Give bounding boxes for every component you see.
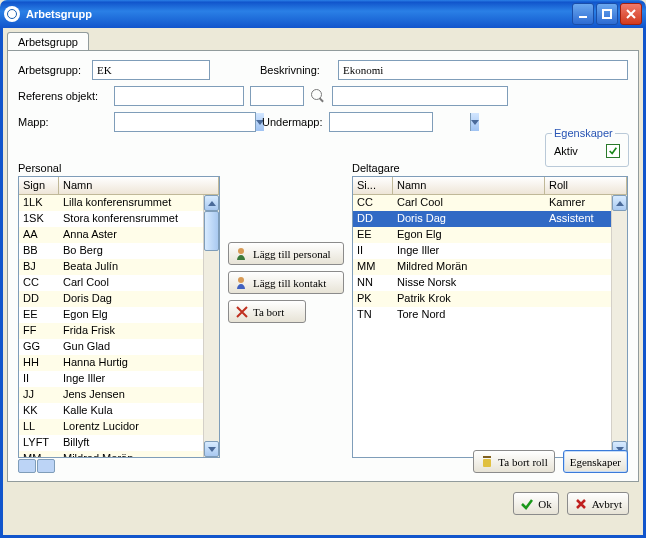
- delete-icon: [235, 305, 249, 319]
- search-icon[interactable]: [310, 88, 326, 104]
- mapp-combo[interactable]: [114, 112, 256, 132]
- referens-objekt-combo[interactable]: [114, 86, 244, 106]
- deltagare-grid[interactable]: Si... Namn Roll CCCarl CoolKamrerDDDoris…: [352, 176, 628, 458]
- cell-sign: LL: [19, 419, 59, 435]
- cell-namn: Lilla konferensrummet: [59, 195, 219, 211]
- table-row[interactable]: MMMildred Morän: [19, 451, 219, 457]
- undermapp-combo[interactable]: [329, 112, 433, 132]
- maximize-button[interactable]: [596, 3, 618, 25]
- cell-sign: TN: [353, 307, 393, 323]
- scroll-down-icon[interactable]: [204, 441, 219, 457]
- ta-bort-roll-button[interactable]: Ta bort roll: [473, 450, 554, 473]
- scroll-thumb[interactable]: [204, 211, 219, 251]
- cell-sign: MM: [353, 259, 393, 275]
- table-row[interactable]: GGGun Glad: [19, 339, 219, 355]
- table-row[interactable]: NNNisse Norsk: [353, 275, 627, 291]
- table-row[interactable]: 1LKLilla konferensrummet: [19, 195, 219, 211]
- table-row[interactable]: BBBo Berg: [19, 243, 219, 259]
- arbetsgrupp-input[interactable]: [92, 60, 210, 80]
- personal-col-sign[interactable]: Sign: [19, 177, 59, 194]
- remove-button[interactable]: Ta bort: [228, 300, 306, 323]
- table-row[interactable]: CCCarl CoolKamrer: [353, 195, 627, 211]
- window-title: Arbetsgrupp: [26, 8, 572, 20]
- table-row[interactable]: JJJens Jensen: [19, 387, 219, 403]
- table-row[interactable]: FFFrida Frisk: [19, 323, 219, 339]
- table-row[interactable]: DDDoris Dag: [19, 291, 219, 307]
- svg-point-2: [238, 248, 244, 254]
- table-row[interactable]: CCCarl Cool: [19, 275, 219, 291]
- deltagare-col-namn[interactable]: Namn: [393, 177, 545, 194]
- egenskaper-group: Egenskaper Aktiv: [545, 133, 629, 167]
- add-kontakt-button[interactable]: Lägg till kontakt: [228, 271, 344, 294]
- aktiv-checkbox[interactable]: [606, 144, 620, 158]
- ok-button[interactable]: Ok: [513, 492, 558, 515]
- cell-namn: Mildred Morän: [59, 451, 219, 457]
- personal-grid[interactable]: Sign Namn 1LKLilla konferensrummet1SKSto…: [18, 176, 220, 458]
- cell-namn: Kalle Kula: [59, 403, 219, 419]
- cell-namn: Egon Elg: [59, 307, 219, 323]
- cell-namn: Tore Nord: [393, 307, 545, 323]
- minimize-button[interactable]: [572, 3, 594, 25]
- grid-tool-icon[interactable]: [37, 459, 55, 473]
- table-row[interactable]: AAAnna Aster: [19, 227, 219, 243]
- cell-sign: 1LK: [19, 195, 59, 211]
- cell-sign: PK: [353, 291, 393, 307]
- close-button[interactable]: [620, 3, 642, 25]
- referens-objekt-text[interactable]: [115, 88, 255, 104]
- table-row[interactable]: EEEgon Elg: [353, 227, 627, 243]
- scrollbar[interactable]: [203, 195, 219, 457]
- table-row[interactable]: IIInge Iller: [19, 371, 219, 387]
- cell-sign: AA: [19, 227, 59, 243]
- scroll-up-icon[interactable]: [204, 195, 219, 211]
- deltagare-grid-header: Si... Namn Roll: [353, 177, 627, 195]
- check-icon: [608, 146, 618, 156]
- egenskaper-label: Egenskaper: [570, 456, 621, 468]
- deltagare-col-roll[interactable]: Roll: [545, 177, 627, 194]
- add-personal-button[interactable]: Lägg till personal: [228, 242, 344, 265]
- role-remove-icon: [480, 455, 494, 469]
- table-row[interactable]: MMMildred Morän: [353, 259, 627, 275]
- undermapp-text[interactable]: [330, 114, 470, 130]
- grid-tool-icon[interactable]: [18, 459, 36, 473]
- cell-sign: EE: [19, 307, 59, 323]
- table-row[interactable]: EEEgon Elg: [19, 307, 219, 323]
- table-row[interactable]: DDDoris DagAssistent: [353, 211, 627, 227]
- cell-namn: Gun Glad: [59, 339, 219, 355]
- add-kontakt-label: Lägg till kontakt: [253, 277, 326, 289]
- cell-namn: Frida Frisk: [59, 323, 219, 339]
- tab-arbetsgrupp[interactable]: Arbetsgrupp: [7, 32, 89, 51]
- table-row[interactable]: LLLorentz Lucidor: [19, 419, 219, 435]
- table-row[interactable]: KKKalle Kula: [19, 403, 219, 419]
- personal-col-namn[interactable]: Namn: [59, 177, 219, 194]
- cell-namn: Egon Elg: [393, 227, 545, 243]
- beskrivning-input[interactable]: [338, 60, 628, 80]
- table-row[interactable]: BJBeata Julín: [19, 259, 219, 275]
- ok-label: Ok: [538, 498, 551, 510]
- scroll-up-icon[interactable]: [612, 195, 627, 211]
- referens-description-input[interactable]: [332, 86, 508, 106]
- cell-namn: Anna Aster: [59, 227, 219, 243]
- cell-sign: FF: [19, 323, 59, 339]
- cell-namn: Nisse Norsk: [393, 275, 545, 291]
- cell-namn: Bo Berg: [59, 243, 219, 259]
- referens-number-input[interactable]: [250, 86, 304, 106]
- dropdown-icon[interactable]: [470, 113, 479, 131]
- egenskaper-button[interactable]: Egenskaper: [563, 450, 628, 473]
- scrollbar[interactable]: [611, 195, 627, 457]
- table-row[interactable]: HHHanna Hurtig: [19, 355, 219, 371]
- tabstrip: Arbetsgrupp: [7, 32, 639, 51]
- undermapp-label: Undermapp:: [262, 116, 323, 128]
- cell-sign: II: [353, 243, 393, 259]
- table-row[interactable]: 1SKStora konferensrummet: [19, 211, 219, 227]
- table-row[interactable]: IIInge Iller: [353, 243, 627, 259]
- titlebar: Arbetsgrupp: [0, 0, 646, 28]
- svg-rect-4: [483, 459, 491, 467]
- referens-objekt-label: Referens objekt:: [18, 90, 108, 102]
- egenskaper-legend: Egenskaper: [552, 127, 615, 139]
- deltagare-col-sign[interactable]: Si...: [353, 177, 393, 194]
- table-row[interactable]: LYFTBillyft: [19, 435, 219, 451]
- mapp-text[interactable]: [115, 114, 255, 130]
- table-row[interactable]: PKPatrik Krok: [353, 291, 627, 307]
- avbryt-button[interactable]: Avbryt: [567, 492, 629, 515]
- table-row[interactable]: TNTore Nord: [353, 307, 627, 323]
